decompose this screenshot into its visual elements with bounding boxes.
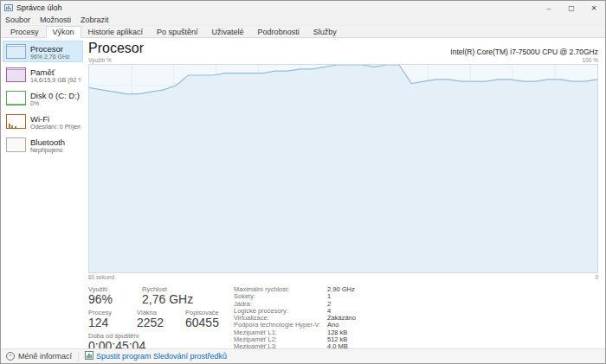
menu-zobrazit[interactable]: Zobrazit	[81, 16, 109, 24]
stat-procesy: Procesy 124	[88, 309, 133, 329]
app-icon	[4, 3, 13, 12]
axis-label-100pct: 100 %	[583, 57, 598, 63]
stat-popisovace: Popisovače 60455	[185, 309, 219, 329]
sidebar-item-disk[interactable]: Disk 0 (C: D:) 0%	[3, 87, 83, 109]
sidebar-item-title: Paměť	[30, 67, 81, 77]
stat-doba-od-spusteni: Doba od spuštění 0:00:45:04	[88, 332, 145, 348]
chevron-up-icon: ⌃	[6, 352, 15, 361]
resource-monitor-label: Spustit program Sledování prostředků	[96, 352, 227, 361]
stat-vyuziti: Využití 96%	[88, 285, 139, 306]
axis-label-60s: 60 sekund	[88, 274, 114, 280]
open-resource-monitor-link[interactable]: Spustit program Sledování prostředků	[85, 351, 227, 361]
minimize-icon[interactable]: –	[538, 1, 560, 15]
performance-sidebar: Procesor 96% 2,76 GHz Paměť 14,6/15,9 GB…	[1, 39, 83, 348]
sidebar-item-subtitle: Odesílání: 0 Příjem: 0 kb/s	[30, 124, 81, 131]
wifi-mini-graph-icon	[6, 114, 26, 129]
page-title: Procesor	[88, 41, 144, 56]
titlebar: Správce úloh – ▢ ✕	[1, 1, 605, 15]
sidebar-item-title: Procesor	[30, 44, 70, 54]
stat-vlakna: Vlákna 2252	[137, 309, 182, 329]
sidebar-item-procesor[interactable]: Procesor 96% 2,76 GHz	[3, 41, 83, 62]
cpu-usage-chart	[88, 64, 598, 273]
menu-moznosti[interactable]: Možnosti	[40, 16, 71, 24]
cpu-detail-panel: Procesor Intel(R) Core(TM) i7-7500U CPU …	[83, 39, 605, 348]
close-icon[interactable]: ✕	[583, 1, 605, 15]
sidebar-item-subtitle: 14,6/15,9 GB (92 %)	[30, 77, 81, 84]
statusbar: ⌃ Méně informací Spustit program Sledová…	[1, 348, 605, 363]
cpu-stats: Využití 96% Rychlost 2,76 GHz Procesy 12…	[88, 281, 598, 348]
spec-row: Mezipaměť L1:128 kB	[234, 329, 598, 336]
cpu-mini-graph-icon	[6, 44, 26, 59]
sidebar-item-subtitle: 0%	[30, 100, 80, 107]
spec-row: Logické procesory:4	[234, 308, 598, 315]
cpu-spec-list: Maximální rychlost:2,90 GHz Sokety:1 Jád…	[234, 285, 598, 348]
less-details-toggle[interactable]: ⌃ Méně informací	[6, 352, 72, 361]
less-details-label: Méně informací	[18, 352, 72, 361]
performance-pane: Procesor 96% 2,76 GHz Paměť 14,6/15,9 GB…	[1, 39, 605, 348]
sidebar-item-bluetooth[interactable]: Bluetooth Nepřipojeno	[3, 134, 83, 156]
axis-label-utilization: Využití %	[88, 57, 112, 63]
cpu-model-name: Intel(R) Core(TM) i7-7500U CPU @ 2.70GHz	[450, 48, 598, 56]
spec-row: Sokety:1	[234, 293, 598, 300]
sidebar-item-title: Wi-Fi	[30, 114, 81, 124]
maximize-icon[interactable]: ▢	[560, 1, 583, 15]
tab-po-spusteni[interactable]: Po spuštění	[150, 26, 205, 38]
tab-podrobnosti[interactable]: Podrobnosti	[251, 26, 306, 38]
tab-vykon[interactable]: Výkon	[46, 26, 81, 38]
sidebar-item-title: Disk 0 (C: D:)	[30, 91, 80, 100]
bluetooth-mini-graph-icon	[6, 137, 26, 152]
task-manager-window: Správce úloh – ▢ ✕ Soubor Možnosti Zobra…	[0, 0, 606, 364]
tab-uzivatele[interactable]: Uživatelé	[205, 26, 251, 38]
sidebar-item-title: Bluetooth	[30, 137, 65, 147]
spec-row: Podpora technologie Hyper-V:Ano	[234, 322, 598, 329]
window-title: Správce úloh	[16, 3, 538, 12]
memory-mini-graph-icon	[6, 67, 26, 82]
sidebar-item-subtitle: Nepřipojeno	[30, 147, 65, 154]
sidebar-item-pamet[interactable]: Paměť 14,6/15,9 GB (92 %)	[3, 64, 83, 86]
spec-row: Jádra:2	[234, 301, 598, 308]
cpu-usage-chart-svg	[89, 65, 597, 272]
spec-row: Mezipaměť L2:512 kB	[234, 336, 598, 343]
sidebar-item-wifi[interactable]: Wi-Fi Odesílání: 0 Příjem: 0 kb/s	[3, 111, 83, 132]
resource-monitor-icon	[85, 351, 93, 361]
statusbar-divider	[78, 352, 79, 361]
tabbar: Procesy Výkon Historie aplikací Po spušt…	[1, 26, 605, 38]
disk-mini-graph-icon	[6, 91, 26, 105]
spec-row: Maximální rychlost:2,90 GHz	[234, 286, 598, 293]
stat-rychlost: Rychlost 2,76 GHz	[142, 285, 193, 306]
sidebar-item-subtitle: 96% 2,76 GHz	[30, 54, 70, 61]
tab-historie-aplikaci[interactable]: Historie aplikací	[81, 26, 151, 38]
axis-label-0: 0	[595, 274, 598, 280]
tab-procesy[interactable]: Procesy	[3, 26, 46, 38]
menu-soubor[interactable]: Soubor	[5, 16, 30, 24]
menubar: Soubor Možnosti Zobrazit	[1, 15, 605, 26]
tab-sluzby[interactable]: Služby	[306, 26, 344, 38]
